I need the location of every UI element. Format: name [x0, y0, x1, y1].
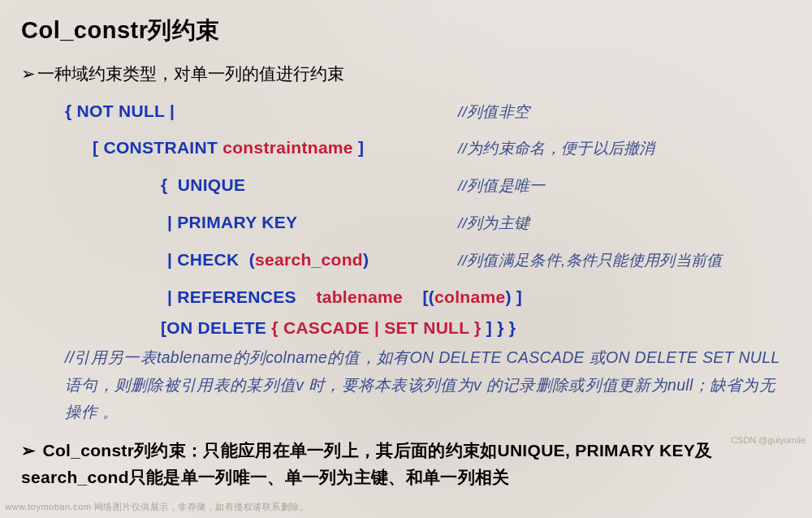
- watermark-right: CSDN @guiyumile: [731, 435, 806, 445]
- syntax-comment: //列值满足条件,条件只能使用列当前值: [458, 247, 723, 274]
- syntax-text: [ CONSTRAINT constraintname ]: [93, 132, 458, 163]
- syntax-comment: //列为主键: [458, 209, 529, 237]
- syntax-row: | CHECK (search_cond)//列值满足条件,条件只能使用列当前值: [65, 244, 791, 275]
- syntax-row: | REFERENCES tablename [(colname) ]: [65, 282, 791, 313]
- syntax-row: [ CONSTRAINT constraintname ]//为约束命名，便于以…: [65, 132, 791, 163]
- syntax-comment: //列值非空: [458, 98, 529, 126]
- reference-comment: //引用另一表tablename的列colname的值，如有ON DELETE …: [65, 344, 783, 425]
- syntax-row: { UNIQUE//列值是唯一: [65, 170, 791, 201]
- summary-text: Col_constr列约束：只能应用在单一列上，其后面的约束如UNIQUE, P…: [21, 441, 712, 487]
- syntax-text: | PRIMARY KEY: [167, 207, 458, 238]
- syntax-row: { NOT NULL |//列值非空: [65, 96, 791, 127]
- bullet-arrow-icon: ➢: [21, 441, 36, 460]
- syntax-comment: //列值是唯一: [458, 172, 546, 200]
- watermark-left: www.toymoban.com 网络图片仅供展示，非存储，如有侵权请联系删除。: [5, 501, 309, 513]
- syntax-row: | PRIMARY KEY//列为主键: [65, 207, 791, 238]
- intro-line: ➢一种域约束类型，对单一列的值进行约束: [21, 60, 791, 88]
- syntax-text: { NOT NULL |: [65, 96, 458, 127]
- syntax-text: { UNIQUE: [161, 170, 458, 201]
- intro-text: 一种域约束类型，对单一列的值进行约束: [37, 64, 344, 83]
- syntax-text: | CHECK (search_cond): [167, 244, 458, 275]
- page-title: Col_constr列约束: [21, 15, 791, 47]
- syntax-on-delete: [ON DELETE { CASCADE | SET NULL } ] } }: [161, 318, 791, 338]
- syntax-text: | REFERENCES tablename [(colname) ]: [167, 282, 522, 313]
- bullet-arrow-icon: ➢: [21, 64, 36, 83]
- syntax-comment: //为约束命名，便于以后撤消: [458, 135, 655, 162]
- summary-line: ➢ Col_constr列约束：只能应用在单一列上，其后面的约束如UNIQUE,…: [21, 437, 791, 491]
- syntax-block: { NOT NULL |//列值非空[ CONSTRAINT constrain…: [65, 96, 791, 313]
